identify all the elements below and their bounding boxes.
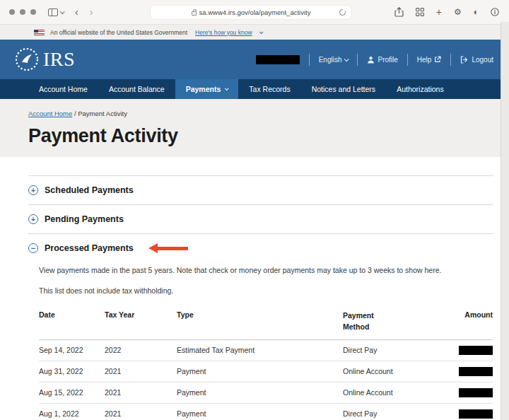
accordion-label: Scheduled Payments [45,185,134,195]
cell-tax-year: 2021 [105,403,177,420]
table-row: Sep 14, 2022 2022 Estimated Tax Payment … [39,339,493,361]
accordion-pending-payments: + Pending Payments [28,204,493,233]
nav-notices-letters[interactable]: Notices and Letters [301,79,386,99]
language-label: English [319,56,342,64]
nav-account-balance[interactable]: Account Balance [98,79,175,99]
breadcrumb-current: Payment Activity [78,110,127,117]
collapse-minus-icon: − [28,243,38,253]
cell-date: Sep 14, 2022 [39,339,105,361]
how-you-know-link[interactable]: Here's how you know [195,29,252,36]
irs-seal-icon [14,47,40,72]
scrollbar-track[interactable] [501,22,509,420]
cell-amount [433,361,493,382]
cell-payment-method: Direct Pay [343,339,433,361]
help-link[interactable]: Help [417,56,442,64]
share-icon[interactable] [394,7,404,17]
usgov-banner-text: An official website of the United States… [50,29,187,36]
page-header-band: Account Home / Payment Activity Payment … [0,99,509,157]
divider [450,54,451,66]
accordion-label: Pending Payments [45,214,124,224]
col-header-type: Type [177,306,343,339]
table-row: Aug 31, 2022 2021 Payment Online Account [39,361,493,382]
profile-label: Profile [378,56,397,64]
tab-overview-icon[interactable] [416,8,424,16]
url-text: sa.www4.irs.gov/ola/payment_activity [199,8,311,16]
cell-amount [433,382,493,403]
cell-payment-method: Online Account [343,382,433,403]
nav-label: Authorizations [397,85,444,93]
usgov-banner: An official website of the United States… [0,25,509,40]
logout-button[interactable]: Logout [460,56,493,64]
main-content: + Scheduled Payments + Pending Payments … [0,157,509,420]
amount-redaction [459,409,493,419]
profile-button[interactable]: Profile [367,56,397,64]
col-header-date: Date [39,306,105,339]
col-header-text: Payment Method [343,310,380,333]
username-redaction [256,55,300,64]
nav-label: Tax Records [249,85,290,93]
processed-note-1: View payments made in the past 5 years. … [39,266,493,276]
chevron-down-icon [344,57,349,62]
accordion-processed-payments: − Processed Payments View payments made … [28,233,493,420]
nav-account-home[interactable]: Account Home [28,79,98,99]
back-button[interactable]: ‹ [75,6,78,18]
cell-payment-method: Online Account [343,361,433,382]
person-icon [367,56,375,64]
amount-redaction [459,367,493,376]
expand-plus-icon: + [28,185,38,195]
zoom-window-button[interactable] [30,9,36,15]
browser-toolbar: ‹ › sa.www4.irs.gov/ola/payment_activity… [0,0,509,25]
help-label: Help [417,56,432,64]
chevron-down-icon [60,9,65,14]
payments-table: Date Tax Year Type Payment Method Amount… [39,306,493,420]
nav-payments[interactable]: Payments [175,79,239,99]
nav-tax-records[interactable]: Tax Records [238,79,300,99]
close-window-button[interactable] [9,9,15,15]
amount-redaction [459,388,493,397]
nav-label: Account Home [39,85,88,93]
expand-plus-icon: + [28,214,38,224]
col-header-payment-method: Payment Method [343,306,433,339]
sidebar-icon [48,8,58,16]
divider [407,54,408,66]
nav-label: Account Balance [109,85,165,93]
accordion-toggle-scheduled[interactable]: + Scheduled Payments [28,185,493,195]
chevron-down-icon [259,30,263,34]
minimize-window-button[interactable] [20,9,25,15]
amount-redaction [459,346,493,355]
address-bar[interactable]: sa.www4.irs.gov/ola/payment_activity [150,5,352,20]
cell-date: Aug 31, 2022 [39,361,105,382]
red-annotation-arrow [148,243,188,253]
logout-icon [460,56,469,64]
accordion-label: Processed Payments [45,243,134,253]
us-flag-icon [34,30,45,35]
cell-amount [433,403,493,420]
cell-date: Aug 15, 2022 [39,382,105,403]
language-selector[interactable]: English [319,56,349,64]
cell-amount [433,339,493,361]
breadcrumb: Account Home / Payment Activity [28,110,509,117]
accordion-toggle-processed[interactable]: − Processed Payments [28,243,493,253]
breadcrumb-account-home-link[interactable]: Account Home [28,110,72,117]
irs-logo[interactable]: IRS [14,47,75,72]
cell-payment-method: Direct Pay [343,403,433,420]
window-controls[interactable] [9,9,36,15]
table-header-row: Date Tax Year Type Payment Method Amount [39,306,493,339]
divider [357,54,358,66]
chevron-down-icon [225,86,229,91]
forward-button[interactable]: › [90,6,93,18]
accordion-toggle-pending[interactable]: + Pending Payments [28,214,493,224]
sidebar-toggle-button[interactable] [48,8,64,16]
lock-icon [192,11,197,16]
reload-icon[interactable] [339,9,346,16]
settings-gear-icon[interactable]: ⚙ [454,7,462,17]
new-tab-icon[interactable]: + [436,6,442,18]
table-row: Aug 1, 2022 2021 Payment Direct Pay [39,403,493,420]
nav-label: Payments [186,85,221,93]
info-icon[interactable] [491,8,499,16]
external-link-icon [434,56,441,63]
contrast-icon[interactable]: ◐ [474,7,479,17]
processed-payments-panel: View payments made in the past 5 years. … [28,253,493,420]
nav-authorizations[interactable]: Authorizations [386,79,455,99]
nav-label: Notices and Letters [312,85,375,93]
